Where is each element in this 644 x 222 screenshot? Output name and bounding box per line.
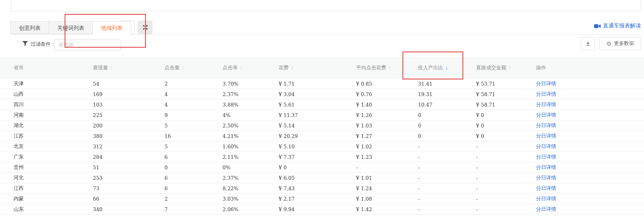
sort-asc-icon[interactable]: ↑: [291, 65, 294, 71]
region-report-page: 创意列表 关键词列表 地域列表 ⚙ 直通车报表解读: [0, 0, 644, 222]
data-cell: 200: [79, 123, 151, 129]
tab-creative-list[interactable]: 创意列表: [10, 21, 49, 34]
data-cell: ¥ 53.71: [462, 81, 528, 87]
table-row: 贵州5100%¥ 0---分日详情: [0, 162, 644, 173]
province-cell: 四川: [0, 101, 79, 108]
data-cell: -: [343, 165, 404, 170]
province-cell: 河南: [0, 112, 79, 119]
filter-select-input[interactable]: [54, 39, 121, 50]
report-interpretation-link[interactable]: 直通车报表解读: [594, 22, 641, 29]
data-cell: 3.70%: [209, 81, 265, 87]
region-data-table: 省市展现量↑点击量↑点击率↑花费↑平均点击花费↑投入产出比↓直接成交金额↑操作 …: [0, 57, 644, 215]
data-cell: 66: [79, 196, 151, 202]
table-body: 天津5423.70%¥ 1.71¥ 0.8531.41¥ 53.71分日详情山西…: [0, 79, 644, 215]
sort-asc-icon[interactable]: ↑: [110, 65, 113, 71]
daily-detail-link[interactable]: 分日详情: [536, 102, 556, 107]
data-cell: ¥ 7.37: [265, 154, 343, 160]
sort-asc-icon[interactable]: ↑: [240, 65, 243, 71]
column-header-5[interactable]: 平均点击花费↑: [343, 64, 404, 71]
data-cell: 6: [151, 186, 209, 191]
table-row: 山西16942.37%¥ 3.04¥ 0.7619.31¥ 58.71分日详情: [0, 89, 644, 100]
daily-detail-link[interactable]: 分日详情: [536, 154, 556, 160]
daily-detail-link[interactable]: 分日详情: [536, 175, 556, 181]
sort-desc-icon[interactable]: ↓: [445, 65, 448, 71]
download-button[interactable]: [581, 37, 595, 50]
data-cell: 2.06%: [209, 207, 265, 212]
table-row: 四川10343.88%¥ 5.61¥ 1.4010.47¥ 58.71分日详情: [0, 100, 644, 110]
data-cell: -: [404, 175, 462, 181]
data-cell: 9: [151, 112, 209, 118]
province-cell: 山东: [0, 206, 79, 213]
daily-detail-link[interactable]: 分日详情: [536, 164, 556, 170]
data-cell: -: [462, 154, 528, 160]
action-cell: 分日详情: [528, 133, 644, 139]
data-cell: 340: [79, 207, 151, 212]
video-icon: [594, 24, 601, 29]
report-link-label: 直通车报表解读: [603, 22, 641, 29]
column-header-2[interactable]: 点击量↑: [151, 64, 209, 71]
gear-icon: ⚙: [606, 41, 611, 46]
daily-detail-link[interactable]: 分日详情: [536, 133, 556, 139]
data-cell: 2: [151, 196, 209, 202]
action-cell: 分日详情: [528, 185, 644, 192]
data-cell: -: [404, 154, 462, 160]
data-cell: 54: [79, 81, 151, 87]
daily-detail-link[interactable]: 分日详情: [536, 143, 556, 149]
action-cell: 分日详情: [528, 206, 644, 213]
data-cell: -: [462, 165, 528, 170]
column-header-3[interactable]: 点击率↑: [209, 64, 265, 71]
data-cell: ¥ 1.01: [343, 175, 404, 181]
data-cell: ¥ 0: [462, 133, 528, 139]
data-cell: ¥ 0: [265, 165, 343, 170]
action-cell: 分日详情: [528, 91, 644, 98]
sort-asc-icon[interactable]: ↑: [389, 65, 391, 71]
data-cell: 103: [79, 102, 151, 108]
sort-asc-icon[interactable]: ↑: [182, 65, 185, 71]
sort-asc-icon[interactable]: ↑: [509, 65, 511, 71]
data-cell: ¥ 7.43: [265, 186, 343, 191]
province-cell: 河北: [0, 174, 79, 181]
data-cell: ¥ 1.27: [343, 133, 404, 139]
daily-detail-link[interactable]: 分日详情: [536, 91, 556, 97]
data-cell: 380: [79, 133, 151, 139]
data-cell: ¥ 0.85: [343, 81, 404, 87]
column-header-7[interactable]: 直接成交金额↑: [462, 64, 528, 71]
province-cell: 山西: [0, 91, 79, 98]
data-cell: 5: [151, 144, 209, 150]
fullscreen-button[interactable]: [138, 21, 152, 34]
data-cell: 253: [79, 175, 151, 181]
data-cell: -: [462, 175, 528, 181]
daily-detail-link[interactable]: 分日详情: [536, 206, 556, 212]
action-cell: 分日详情: [528, 153, 644, 160]
province-cell: 北京: [0, 143, 79, 150]
data-cell: 4%: [209, 112, 265, 118]
tab-keyword-list[interactable]: 关键词列表: [49, 21, 93, 34]
province-cell: 湖北: [0, 122, 79, 129]
province-cell: 贵州: [0, 164, 79, 171]
column-header-1[interactable]: 展现量↑: [79, 64, 151, 71]
province-cell: 江西: [0, 185, 79, 192]
data-cell: ¥ 5.10: [265, 144, 343, 150]
daily-detail-link[interactable]: 分日详情: [536, 122, 556, 128]
daily-detail-link[interactable]: 分日详情: [536, 185, 556, 191]
tab-region-list[interactable]: 地域列表: [92, 21, 131, 34]
data-cell: ¥ 1.08: [343, 196, 404, 202]
more-data-button[interactable]: ⚙ 更多数据: [599, 37, 641, 50]
column-header-6[interactable]: 投入产出比↓: [404, 64, 462, 71]
daily-detail-link[interactable]: 分日详情: [536, 81, 556, 86]
table-row: 内蒙6623.03%¥ 2.17¥ 1.08--分日详情: [0, 194, 644, 204]
data-cell: ¥ 1.42: [343, 207, 404, 212]
data-cell: ¥ 9.94: [265, 207, 343, 212]
daily-detail-link[interactable]: 分日详情: [536, 196, 556, 201]
data-cell: ¥ 5.61: [265, 102, 343, 108]
table-row: 湖北20052.50%¥ 5.14¥ 1.030¥ 0分日详情: [0, 120, 644, 131]
action-cell: 分日详情: [528, 112, 644, 119]
column-header-4[interactable]: 花费↑: [265, 64, 343, 71]
action-cell: 分日详情: [528, 80, 644, 87]
action-cell: 分日详情: [528, 122, 644, 129]
data-cell: 6: [151, 175, 209, 181]
daily-detail-link[interactable]: 分日详情: [536, 112, 556, 118]
data-cell: -: [462, 144, 528, 150]
data-cell: -: [404, 186, 462, 191]
table-row: 山东34072.06%¥ 9.94¥ 1.42--分日详情: [0, 204, 644, 215]
